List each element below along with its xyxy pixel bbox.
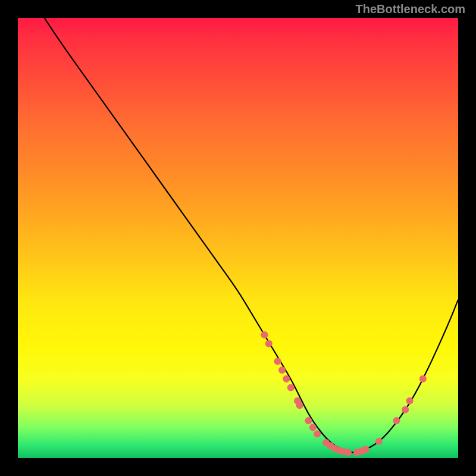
data-marker [287, 384, 295, 392]
data-marker [309, 424, 317, 431]
data-marker [362, 446, 369, 453]
data-marker [419, 375, 427, 383]
watermark-text: TheBottleneck.com [356, 2, 465, 16]
data-marker [283, 375, 290, 383]
data-marker [265, 340, 273, 347]
data-marker [261, 331, 268, 339]
data-marker [314, 430, 321, 437]
plot-area [18, 18, 458, 458]
data-marker [375, 438, 383, 445]
data-marker [274, 358, 281, 365]
data-markers [261, 331, 426, 456]
chart-svg [18, 18, 458, 458]
data-marker [402, 406, 409, 414]
curve-line [44, 18, 458, 452]
data-marker [305, 417, 312, 424]
data-marker [345, 449, 352, 456]
data-marker [406, 397, 414, 405]
data-marker [278, 367, 286, 374]
data-marker [296, 402, 303, 409]
data-marker [393, 417, 400, 424]
